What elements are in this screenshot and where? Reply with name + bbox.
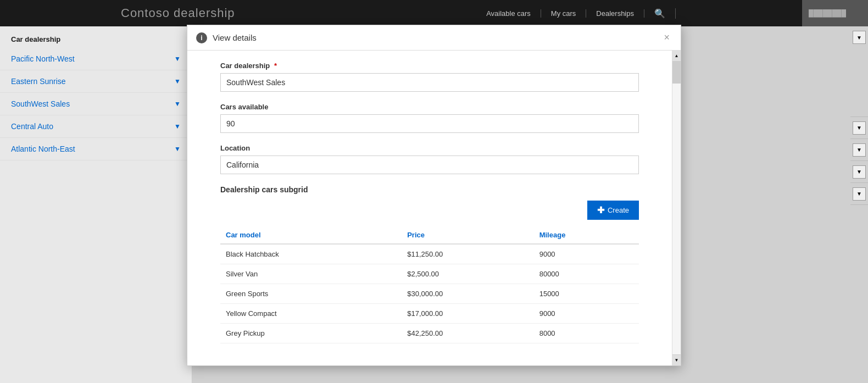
scrollbar-thumb[interactable] bbox=[672, 62, 681, 84]
modal-dialog: i View details × Car dealership * Cars a… bbox=[187, 25, 681, 366]
field-label-cars-available: Cars available bbox=[220, 103, 639, 111]
cell-model: Grey Pickup bbox=[220, 324, 402, 343]
sidebar-item-central[interactable]: Central Auto ▼ bbox=[0, 115, 192, 138]
table-row[interactable]: Black Hatchback $11,250.00 9000 bbox=[220, 244, 639, 264]
expand-btn-3[interactable]: ▼ bbox=[853, 143, 866, 157]
field-label-dealership: Car dealership * bbox=[220, 62, 639, 70]
table-row[interactable]: Silver Van $2,500.00 80000 bbox=[220, 264, 639, 284]
expand-btn-4[interactable]: ▼ bbox=[853, 165, 866, 179]
sidebar-item-label: SouthWest Sales bbox=[11, 99, 70, 108]
subgrid-toolbar: ✚ Create bbox=[220, 201, 639, 220]
table-row[interactable]: Green Sports $30,000.00 15000 bbox=[220, 284, 639, 304]
form-group-dealership: Car dealership * bbox=[220, 62, 639, 92]
cell-price: $17,000.00 bbox=[402, 304, 533, 324]
cell-mileage: 15000 bbox=[534, 284, 639, 304]
field-label-location: Location bbox=[220, 144, 639, 152]
table-row[interactable]: Yellow Compact $17,000.00 9000 bbox=[220, 304, 639, 324]
plus-icon: ✚ bbox=[597, 205, 604, 215]
modal-scrollbar: ▲ ▼ bbox=[672, 51, 681, 365]
user-label: ████████ bbox=[809, 9, 846, 17]
col-header-model: Car model bbox=[220, 226, 402, 244]
cell-model: Silver Van bbox=[220, 264, 402, 284]
form-group-cars-available: Cars available bbox=[220, 103, 639, 133]
cell-model: Yellow Compact bbox=[220, 304, 402, 324]
input-dealership[interactable] bbox=[220, 73, 639, 92]
cell-model: Green Sports bbox=[220, 284, 402, 304]
nav-dealerships[interactable]: Dealerships bbox=[586, 9, 644, 18]
sidebar-item-southwest[interactable]: SouthWest Sales ▼ bbox=[0, 93, 192, 115]
expand-icon: ▼ bbox=[174, 100, 181, 108]
user-menu[interactable]: ████████ bbox=[802, 0, 868, 26]
required-indicator: * bbox=[274, 62, 277, 70]
sidebar-item-label: Atlantic North-East bbox=[11, 145, 75, 153]
cell-mileage: 8000 bbox=[534, 324, 639, 343]
sidebar-item-atlantic[interactable]: Atlantic North-East ▼ bbox=[0, 138, 192, 160]
col-header-mileage: Mileage bbox=[534, 226, 639, 244]
sidebar-item-label: Central Auto bbox=[11, 122, 53, 131]
expand-btn-1[interactable]: ▼ bbox=[853, 31, 866, 44]
create-button[interactable]: ✚ Create bbox=[587, 201, 639, 220]
expand-btn-2[interactable]: ▼ bbox=[853, 121, 866, 135]
scrollbar-track bbox=[672, 62, 681, 354]
input-location[interactable] bbox=[220, 156, 639, 174]
expand-icon: ▼ bbox=[174, 123, 181, 130]
scrollbar-down[interactable]: ▼ bbox=[672, 354, 681, 365]
app-title: Contoso dealership bbox=[121, 6, 235, 20]
search-icon[interactable]: 🔍 bbox=[644, 8, 676, 19]
scrollbar-up[interactable]: ▲ bbox=[672, 51, 681, 62]
col-header-price: Price bbox=[402, 226, 533, 244]
top-nav: Contoso dealership Available cars My car… bbox=[0, 0, 868, 26]
expand-icon: ▼ bbox=[174, 77, 181, 85]
sidebar-item-pacific[interactable]: Pacific North-West ▼ bbox=[0, 48, 192, 70]
right-expand-panel: ▼ ▼ ▼ ▼ ▼ bbox=[850, 26, 868, 205]
cell-price: $2,500.00 bbox=[402, 264, 533, 284]
cell-mileage: 9000 bbox=[534, 244, 639, 264]
modal-header: i View details × bbox=[187, 25, 681, 51]
sidebar-header: Car dealership bbox=[0, 26, 192, 48]
cell-price: $30,000.00 bbox=[402, 284, 533, 304]
cars-table: Car model Price Mileage Black Hatchback … bbox=[220, 226, 639, 343]
modal-body: Car dealership * Cars available Location… bbox=[187, 51, 672, 365]
input-cars-available[interactable] bbox=[220, 114, 639, 133]
sidebar-item-label: Pacific North-West bbox=[11, 54, 75, 63]
nav-my-cars[interactable]: My cars bbox=[541, 9, 587, 18]
cell-price: $11,250.00 bbox=[402, 244, 533, 264]
cell-price: $42,250.00 bbox=[402, 324, 533, 343]
info-icon: i bbox=[196, 32, 207, 43]
subgrid-title: Dealership cars subgrid bbox=[220, 185, 639, 194]
table-header-row: Car model Price Mileage bbox=[220, 226, 639, 244]
sidebar: Car dealership Pacific North-West ▼ East… bbox=[0, 26, 192, 383]
cell-mileage: 80000 bbox=[534, 264, 639, 284]
nav-available-cars[interactable]: Available cars bbox=[476, 9, 541, 18]
expand-btn-5[interactable]: ▼ bbox=[853, 187, 866, 201]
modal-title: View details bbox=[213, 33, 661, 42]
create-button-label: Create bbox=[608, 206, 629, 214]
sidebar-item-label: Eastern Sunrise bbox=[11, 77, 66, 86]
cell-model: Black Hatchback bbox=[220, 244, 402, 264]
cell-mileage: 9000 bbox=[534, 304, 639, 324]
expand-icon: ▼ bbox=[174, 55, 181, 63]
form-group-location: Location bbox=[220, 144, 639, 174]
subgrid-section: Dealership cars subgrid ✚ Create Car mod… bbox=[220, 185, 639, 343]
table-row[interactable]: Grey Pickup $42,250.00 8000 bbox=[220, 324, 639, 343]
expand-icon: ▼ bbox=[174, 145, 181, 153]
close-button[interactable]: × bbox=[661, 32, 672, 43]
sidebar-item-eastern[interactable]: Eastern Sunrise ▼ bbox=[0, 70, 192, 93]
nav-links: Available cars My cars Dealerships 🔍 bbox=[476, 8, 676, 19]
